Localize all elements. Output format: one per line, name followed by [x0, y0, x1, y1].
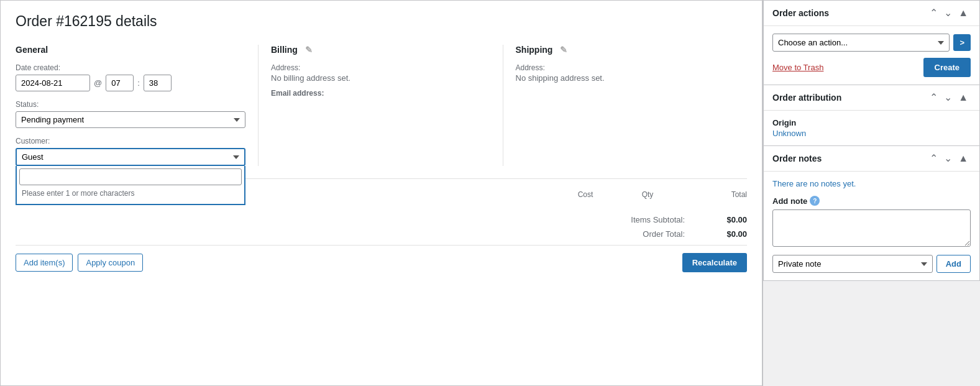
order-action-select[interactable]: Choose an action... [772, 34, 950, 52]
origin-value: Unknown [772, 129, 971, 138]
order-notes-panel: Order notes ⌃ ⌄ ▲ There are no notes yet… [763, 146, 980, 281]
apply-coupon-button[interactable]: Apply coupon [78, 254, 143, 272]
add-note-button[interactable]: Add [936, 255, 971, 273]
order-attribution-panel-controls: ⌃ ⌄ ▲ [927, 91, 971, 104]
order-notes-panel-controls: ⌃ ⌄ ▲ [927, 152, 971, 165]
date-input[interactable] [16, 75, 90, 91]
customer-search-input[interactable] [19, 168, 242, 185]
totals-section: Items Subtotal: $0.00 Order Total: $0.00 [16, 203, 747, 245]
note-bottom-row: Private note Note to customer Add [772, 255, 971, 273]
order-notes-panel-header: Order notes ⌃ ⌄ ▲ [764, 146, 979, 172]
order-actions-select-row: Choose an action... > [772, 34, 971, 52]
order-attribution-collapse-up-btn[interactable]: ⌃ [927, 91, 940, 104]
order-notes-collapse-up-btn[interactable]: ⌃ [927, 152, 940, 165]
create-button[interactable]: Create [923, 58, 971, 77]
time-hour-input[interactable] [106, 75, 134, 91]
order-attribution-panel-header: Order attribution ⌃ ⌄ ▲ [764, 85, 979, 111]
subtotal-row: Items Subtotal: $0.00 [631, 215, 747, 224]
billing-edit-icon[interactable]: ✎ [305, 45, 313, 55]
order-action-go-btn[interactable]: > [953, 34, 971, 51]
at-sign: @ [94, 78, 102, 88]
customer-label: Customer: [16, 137, 245, 145]
colon-separator: : [137, 78, 140, 88]
order-attribution-arrow-up-btn[interactable]: ▲ [956, 91, 971, 104]
order-actions-panel-controls: ⌃ ⌄ ▲ [927, 7, 971, 19]
time-minute-input[interactable] [144, 75, 172, 91]
order-total-value: $0.00 [710, 229, 747, 239]
add-note-help-icon[interactable]: ? [810, 196, 820, 206]
date-created-label: Date created: [16, 63, 245, 72]
billing-heading: Billing ✎ [271, 45, 490, 55]
order-attribution-collapse-down-btn[interactable]: ⌄ [941, 91, 955, 104]
order-notes-arrow-up-btn[interactable]: ▲ [956, 152, 971, 165]
note-type-select[interactable]: Private note Note to customer [772, 255, 933, 273]
shipping-heading: Shipping ✎ [516, 45, 735, 55]
customer-select[interactable]: Guest [16, 148, 245, 166]
add-note-label: Add note ? [772, 196, 971, 206]
order-actions-collapse-up-btn[interactable]: ⌃ [927, 7, 940, 19]
shipping-address-label: Address: [516, 63, 735, 72]
order-actions-panel: Order actions ⌃ ⌄ ▲ Choose an action... … [763, 0, 980, 85]
shipping-section: Shipping ✎ Address: No shipping address … [503, 45, 748, 166]
customer-search-hint: Please enter 1 or more characters [19, 185, 242, 201]
move-to-trash-link[interactable]: Move to Trash [772, 63, 823, 72]
order-actions-panel-header: Order actions ⌃ ⌄ ▲ [764, 1, 979, 26]
no-notes-text: There are no notes yet. [772, 179, 971, 188]
order-attribution-panel-title: Order attribution [772, 93, 841, 103]
col-cost-header: Cost [548, 190, 623, 199]
order-actions-panel-title: Order actions [772, 8, 829, 18]
col-qty-header: Qty [623, 190, 672, 199]
subtotal-label: Items Subtotal: [631, 215, 685, 224]
note-textarea[interactable] [772, 209, 971, 247]
page-title: Order #162195 details [16, 13, 747, 30]
order-total-label: Order Total: [643, 229, 685, 239]
status-label: Status: [16, 100, 245, 109]
order-attribution-panel-body: Origin Unknown [764, 111, 979, 145]
subtotal-value: $0.00 [710, 215, 747, 224]
order-actions-collapse-down-btn[interactable]: ⌄ [941, 7, 955, 19]
billing-email-label: Email address: [271, 89, 490, 98]
order-actions-panel-body: Choose an action... > Move to Trash Crea… [764, 26, 979, 85]
order-total-row: Order Total: $0.00 [643, 229, 747, 239]
order-attribution-panel: Order attribution ⌃ ⌄ ▲ Origin Unknown [763, 85, 980, 146]
order-notes-panel-body: There are no notes yet. Add note ? Priva… [764, 172, 979, 280]
customer-search-dropdown: Please enter 1 or more characters [16, 166, 245, 205]
customer-dropdown-wrapper: Guest Please enter 1 or more characters [16, 148, 245, 166]
shipping-edit-icon[interactable]: ✎ [560, 45, 567, 55]
shipping-address-value: No shipping address set. [516, 73, 735, 83]
recalculate-button[interactable]: Recalculate [682, 253, 747, 272]
general-section: General Date created: @ : Status: Pendin… [16, 45, 258, 166]
general-heading: General [16, 45, 245, 55]
left-actions: Add item(s) Apply coupon [16, 254, 143, 272]
order-actions-arrow-up-btn[interactable]: ▲ [956, 7, 971, 19]
order-notes-panel-title: Order notes [772, 154, 822, 163]
origin-label: Origin [772, 118, 971, 127]
sidebar: Order actions ⌃ ⌄ ▲ Choose an action... … [762, 0, 980, 386]
bottom-actions-row: Add item(s) Apply coupon Recalculate [16, 245, 747, 272]
col-total-header: Total [672, 190, 747, 199]
billing-address-label: Address: [271, 63, 490, 72]
order-actions-bottom-row: Move to Trash Create [772, 58, 971, 77]
status-select[interactable]: Pending payment [16, 111, 245, 128]
add-items-button[interactable]: Add item(s) [16, 254, 73, 272]
order-notes-collapse-down-btn[interactable]: ⌄ [941, 152, 955, 165]
billing-section: Billing ✎ Address: No billing address se… [258, 45, 503, 166]
billing-address-value: No billing address set. [271, 73, 490, 83]
